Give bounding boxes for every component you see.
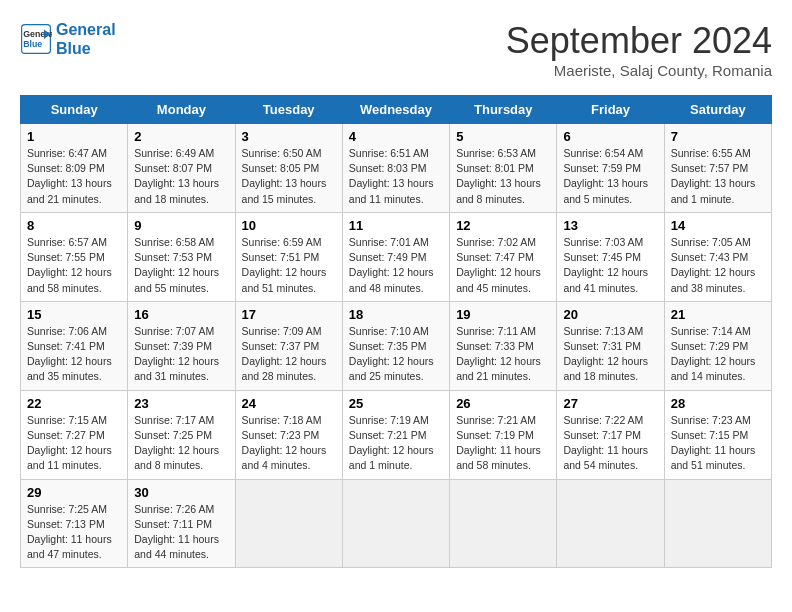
calendar-table: SundayMondayTuesdayWednesdayThursdayFrid… — [20, 95, 772, 568]
day-info: Sunrise: 7:22 AMSunset: 7:17 PMDaylight:… — [563, 413, 657, 474]
day-info: Sunrise: 6:58 AMSunset: 7:53 PMDaylight:… — [134, 235, 228, 296]
weekday-header: Monday — [128, 96, 235, 124]
day-info: Sunrise: 7:05 AMSunset: 7:43 PMDaylight:… — [671, 235, 765, 296]
calendar-cell: 7Sunrise: 6:55 AMSunset: 7:57 PMDaylight… — [664, 124, 771, 213]
logo-text: GeneralBlue — [56, 20, 116, 58]
calendar-cell: 27Sunrise: 7:22 AMSunset: 7:17 PMDayligh… — [557, 390, 664, 479]
calendar-cell — [450, 479, 557, 568]
day-info: Sunrise: 7:13 AMSunset: 7:31 PMDaylight:… — [563, 324, 657, 385]
day-info: Sunrise: 7:15 AMSunset: 7:27 PMDaylight:… — [27, 413, 121, 474]
calendar-cell: 12Sunrise: 7:02 AMSunset: 7:47 PMDayligh… — [450, 212, 557, 301]
calendar-cell: 17Sunrise: 7:09 AMSunset: 7:37 PMDayligh… — [235, 301, 342, 390]
calendar-cell: 18Sunrise: 7:10 AMSunset: 7:35 PMDayligh… — [342, 301, 449, 390]
weekday-header-row: SundayMondayTuesdayWednesdayThursdayFrid… — [21, 96, 772, 124]
day-info: Sunrise: 6:50 AMSunset: 8:05 PMDaylight:… — [242, 146, 336, 207]
day-number: 10 — [242, 218, 336, 233]
day-info: Sunrise: 7:06 AMSunset: 7:41 PMDaylight:… — [27, 324, 121, 385]
location-subtitle: Maeriste, Salaj County, Romania — [506, 62, 772, 79]
calendar-cell: 28Sunrise: 7:23 AMSunset: 7:15 PMDayligh… — [664, 390, 771, 479]
calendar-cell: 9Sunrise: 6:58 AMSunset: 7:53 PMDaylight… — [128, 212, 235, 301]
calendar-cell: 26Sunrise: 7:21 AMSunset: 7:19 PMDayligh… — [450, 390, 557, 479]
calendar-cell: 6Sunrise: 6:54 AMSunset: 7:59 PMDaylight… — [557, 124, 664, 213]
calendar-cell: 14Sunrise: 7:05 AMSunset: 7:43 PMDayligh… — [664, 212, 771, 301]
weekday-header: Wednesday — [342, 96, 449, 124]
day-info: Sunrise: 7:26 AMSunset: 7:11 PMDaylight:… — [134, 502, 228, 563]
day-number: 29 — [27, 485, 121, 500]
title-block: September 2024 Maeriste, Salaj County, R… — [506, 20, 772, 79]
day-number: 3 — [242, 129, 336, 144]
day-number: 12 — [456, 218, 550, 233]
calendar-cell: 30Sunrise: 7:26 AMSunset: 7:11 PMDayligh… — [128, 479, 235, 568]
day-info: Sunrise: 7:03 AMSunset: 7:45 PMDaylight:… — [563, 235, 657, 296]
calendar-cell: 15Sunrise: 7:06 AMSunset: 7:41 PMDayligh… — [21, 301, 128, 390]
day-info: Sunrise: 6:57 AMSunset: 7:55 PMDaylight:… — [27, 235, 121, 296]
day-number: 6 — [563, 129, 657, 144]
day-number: 25 — [349, 396, 443, 411]
day-number: 19 — [456, 307, 550, 322]
day-number: 2 — [134, 129, 228, 144]
calendar-cell: 2Sunrise: 6:49 AMSunset: 8:07 PMDaylight… — [128, 124, 235, 213]
calendar-cell — [557, 479, 664, 568]
weekday-header: Sunday — [21, 96, 128, 124]
weekday-header: Saturday — [664, 96, 771, 124]
day-number: 21 — [671, 307, 765, 322]
day-number: 27 — [563, 396, 657, 411]
day-number: 28 — [671, 396, 765, 411]
page-header: General Blue GeneralBlue September 2024 … — [20, 20, 772, 79]
day-info: Sunrise: 6:47 AMSunset: 8:09 PMDaylight:… — [27, 146, 121, 207]
day-info: Sunrise: 7:21 AMSunset: 7:19 PMDaylight:… — [456, 413, 550, 474]
calendar-cell: 5Sunrise: 6:53 AMSunset: 8:01 PMDaylight… — [450, 124, 557, 213]
day-number: 18 — [349, 307, 443, 322]
calendar-cell: 1Sunrise: 6:47 AMSunset: 8:09 PMDaylight… — [21, 124, 128, 213]
calendar-cell: 21Sunrise: 7:14 AMSunset: 7:29 PMDayligh… — [664, 301, 771, 390]
calendar-cell: 19Sunrise: 7:11 AMSunset: 7:33 PMDayligh… — [450, 301, 557, 390]
day-info: Sunrise: 7:01 AMSunset: 7:49 PMDaylight:… — [349, 235, 443, 296]
day-number: 26 — [456, 396, 550, 411]
day-number: 7 — [671, 129, 765, 144]
calendar-cell: 8Sunrise: 6:57 AMSunset: 7:55 PMDaylight… — [21, 212, 128, 301]
calendar-cell: 23Sunrise: 7:17 AMSunset: 7:25 PMDayligh… — [128, 390, 235, 479]
calendar-cell: 25Sunrise: 7:19 AMSunset: 7:21 PMDayligh… — [342, 390, 449, 479]
day-info: Sunrise: 7:18 AMSunset: 7:23 PMDaylight:… — [242, 413, 336, 474]
day-number: 24 — [242, 396, 336, 411]
day-info: Sunrise: 6:59 AMSunset: 7:51 PMDaylight:… — [242, 235, 336, 296]
calendar-cell: 16Sunrise: 7:07 AMSunset: 7:39 PMDayligh… — [128, 301, 235, 390]
day-info: Sunrise: 7:07 AMSunset: 7:39 PMDaylight:… — [134, 324, 228, 385]
day-number: 17 — [242, 307, 336, 322]
calendar-cell: 20Sunrise: 7:13 AMSunset: 7:31 PMDayligh… — [557, 301, 664, 390]
calendar-cell: 4Sunrise: 6:51 AMSunset: 8:03 PMDaylight… — [342, 124, 449, 213]
calendar-cell — [235, 479, 342, 568]
day-number: 22 — [27, 396, 121, 411]
calendar-week-row: 22Sunrise: 7:15 AMSunset: 7:27 PMDayligh… — [21, 390, 772, 479]
day-info: Sunrise: 6:53 AMSunset: 8:01 PMDaylight:… — [456, 146, 550, 207]
month-title: September 2024 — [506, 20, 772, 62]
calendar-cell: 13Sunrise: 7:03 AMSunset: 7:45 PMDayligh… — [557, 212, 664, 301]
day-number: 11 — [349, 218, 443, 233]
calendar-week-row: 8Sunrise: 6:57 AMSunset: 7:55 PMDaylight… — [21, 212, 772, 301]
weekday-header: Tuesday — [235, 96, 342, 124]
day-info: Sunrise: 7:11 AMSunset: 7:33 PMDaylight:… — [456, 324, 550, 385]
calendar-cell: 29Sunrise: 7:25 AMSunset: 7:13 PMDayligh… — [21, 479, 128, 568]
day-info: Sunrise: 7:23 AMSunset: 7:15 PMDaylight:… — [671, 413, 765, 474]
calendar-cell: 3Sunrise: 6:50 AMSunset: 8:05 PMDaylight… — [235, 124, 342, 213]
day-number: 30 — [134, 485, 228, 500]
calendar-cell: 10Sunrise: 6:59 AMSunset: 7:51 PMDayligh… — [235, 212, 342, 301]
day-info: Sunrise: 7:10 AMSunset: 7:35 PMDaylight:… — [349, 324, 443, 385]
svg-text:Blue: Blue — [23, 39, 42, 49]
day-number: 4 — [349, 129, 443, 144]
logo: General Blue GeneralBlue — [20, 20, 116, 58]
calendar-cell: 22Sunrise: 7:15 AMSunset: 7:27 PMDayligh… — [21, 390, 128, 479]
day-number: 15 — [27, 307, 121, 322]
calendar-week-row: 1Sunrise: 6:47 AMSunset: 8:09 PMDaylight… — [21, 124, 772, 213]
day-info: Sunrise: 6:54 AMSunset: 7:59 PMDaylight:… — [563, 146, 657, 207]
calendar-week-row: 15Sunrise: 7:06 AMSunset: 7:41 PMDayligh… — [21, 301, 772, 390]
day-info: Sunrise: 7:19 AMSunset: 7:21 PMDaylight:… — [349, 413, 443, 474]
day-number: 14 — [671, 218, 765, 233]
day-number: 20 — [563, 307, 657, 322]
day-number: 8 — [27, 218, 121, 233]
calendar-week-row: 29Sunrise: 7:25 AMSunset: 7:13 PMDayligh… — [21, 479, 772, 568]
day-number: 23 — [134, 396, 228, 411]
calendar-cell: 24Sunrise: 7:18 AMSunset: 7:23 PMDayligh… — [235, 390, 342, 479]
day-info: Sunrise: 6:51 AMSunset: 8:03 PMDaylight:… — [349, 146, 443, 207]
day-number: 16 — [134, 307, 228, 322]
